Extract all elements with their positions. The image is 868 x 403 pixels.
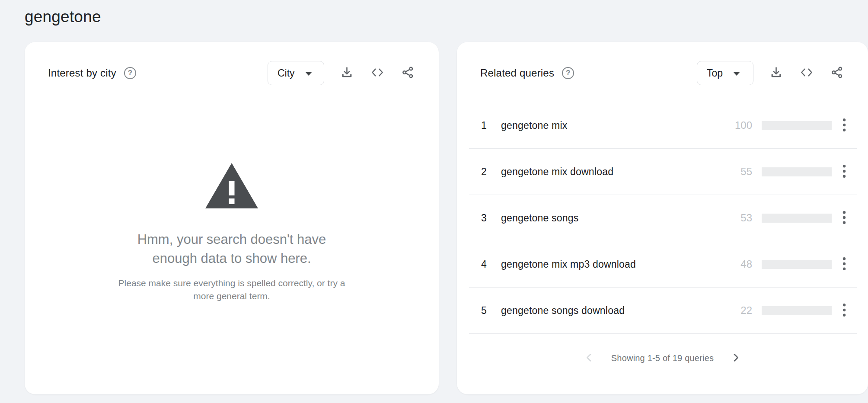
top-dropdown[interactable]: Top — [697, 61, 753, 85]
query-row: 1 gengetone mix 100 — [469, 102, 857, 149]
previous-page-button[interactable] — [584, 352, 595, 365]
related-card-controls: Top — [697, 61, 844, 85]
query-link[interactable]: gengetone songs — [501, 212, 724, 224]
city-dropdown-value: City — [278, 67, 295, 79]
row-menu-button[interactable] — [832, 251, 857, 277]
download-button[interactable] — [340, 66, 354, 80]
query-link[interactable]: gengetone mix mp3 download — [501, 259, 724, 270]
query-row: 5 gengetone songs download 22 — [469, 288, 857, 334]
query-value: 100 — [724, 119, 752, 131]
interest-by-city-card: Interest by city ? City — [25, 42, 439, 394]
more-vertical-icon — [842, 164, 846, 179]
help-icon[interactable]: ? — [124, 67, 136, 79]
city-dropdown[interactable]: City — [268, 61, 324, 85]
share-icon — [830, 66, 844, 80]
no-data-message: Hmm, your search doesn't have enough dat… — [25, 162, 439, 303]
chevron-down-icon — [733, 72, 740, 76]
query-row: 4 gengetone mix mp3 download 48 — [469, 241, 857, 288]
related-card-title: Related queries — [480, 67, 554, 79]
query-rank: 2 — [481, 166, 501, 178]
more-vertical-icon — [842, 118, 846, 133]
top-dropdown-value: Top — [707, 67, 723, 79]
code-icon — [370, 66, 385, 80]
share-button[interactable] — [830, 66, 844, 80]
related-queries-list: 1 gengetone mix 100 2 gengetone mix down… — [469, 102, 857, 334]
row-menu-button[interactable] — [832, 112, 857, 138]
help-glyph: ? — [128, 69, 132, 77]
row-menu-button[interactable] — [832, 159, 857, 185]
more-vertical-icon — [842, 303, 846, 318]
empty-state-subtext: Please make sure everything is spelled c… — [108, 277, 355, 303]
help-glyph: ? — [566, 69, 570, 77]
interest-card-title: Interest by city — [48, 67, 116, 79]
query-rank: 3 — [481, 212, 501, 224]
query-rank: 5 — [481, 305, 501, 317]
embed-button[interactable] — [370, 66, 385, 80]
query-row: 3 gengetone songs 53 — [469, 195, 857, 241]
interest-card-controls: City — [268, 61, 415, 85]
query-link[interactable]: gengetone mix download — [501, 166, 724, 178]
query-bar — [762, 306, 832, 315]
query-bar — [762, 167, 832, 176]
related-card-header: Related queries ? Top — [457, 42, 868, 85]
query-rank: 1 — [481, 120, 501, 131]
query-bar — [762, 121, 832, 130]
query-value: 55 — [724, 166, 752, 178]
query-link[interactable]: gengetone mix — [501, 120, 724, 131]
query-bar — [762, 214, 832, 223]
pagination: Showing 1-5 of 19 queries — [457, 352, 868, 365]
pagination-label: Showing 1-5 of 19 queries — [611, 353, 714, 363]
query-value: 53 — [724, 212, 752, 224]
next-page-button[interactable] — [730, 352, 741, 365]
chevron-left-icon — [584, 352, 595, 365]
chevron-right-icon — [730, 352, 741, 365]
query-bar — [762, 260, 832, 269]
help-icon[interactable]: ? — [562, 67, 574, 79]
share-icon — [401, 66, 415, 80]
interest-card-header: Interest by city ? City — [25, 42, 439, 85]
query-value: 48 — [724, 258, 752, 270]
download-icon — [769, 66, 783, 80]
query-rank: 4 — [481, 259, 501, 270]
more-vertical-icon — [842, 211, 846, 226]
row-menu-button[interactable] — [832, 297, 857, 323]
query-value: 22 — [724, 304, 752, 317]
code-icon — [799, 66, 814, 80]
related-queries-card: Related queries ? Top — [457, 42, 868, 394]
share-button[interactable] — [401, 66, 415, 80]
row-menu-button[interactable] — [832, 205, 857, 231]
download-button[interactable] — [769, 66, 783, 80]
more-vertical-icon — [842, 257, 846, 272]
chevron-down-icon — [305, 72, 312, 76]
query-link[interactable]: gengetone songs download — [501, 305, 724, 317]
page-title: gengetone — [25, 8, 101, 26]
query-row: 2 gengetone mix download 55 — [469, 149, 857, 195]
embed-button[interactable] — [799, 66, 814, 80]
warning-icon — [205, 162, 258, 209]
download-icon — [340, 66, 354, 80]
empty-state-headline: Hmm, your search doesn't have enough dat… — [124, 230, 340, 268]
